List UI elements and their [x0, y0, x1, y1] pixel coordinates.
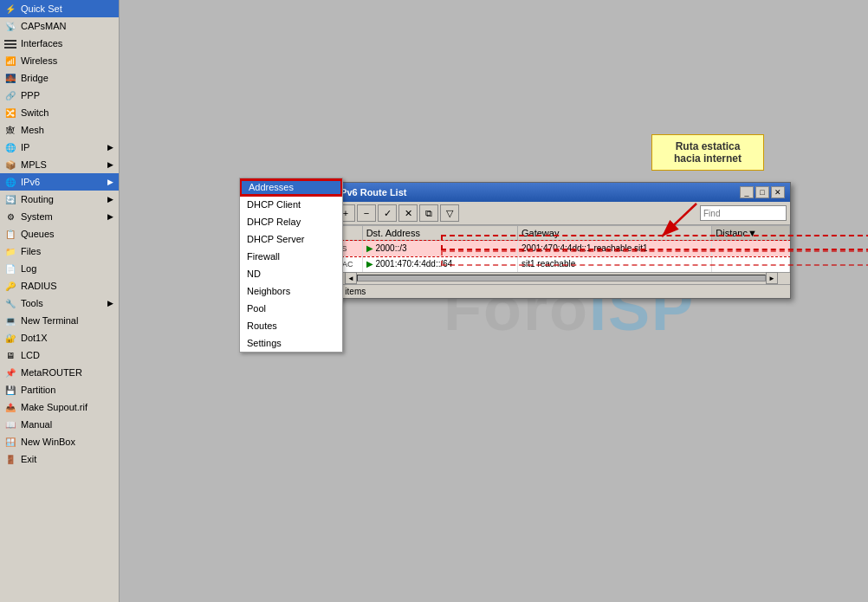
row-dst: ▶ 2001:470:4:4dd::/64	[362, 256, 517, 272]
lcd-icon: 🖥	[3, 348, 17, 362]
sidebar-item-partition[interactable]: 💾 Partition	[0, 381, 119, 398]
scroll-right-button[interactable]: ►	[766, 272, 778, 284]
submenu-item-neighbors[interactable]: Neighbors	[240, 282, 342, 300]
manual-icon: 📖	[3, 418, 17, 431]
row-gateway: 2001:470:4:4dd::1 reachable sit1	[518, 241, 712, 256]
sidebar-item-interfaces[interactable]: Interfaces	[0, 35, 119, 52]
files-icon: 📁	[3, 244, 17, 258]
enable-route-button[interactable]: ✓	[378, 204, 397, 222]
switch-icon: 🔀	[3, 106, 17, 120]
scroll-left-button[interactable]: ◄	[345, 272, 357, 284]
submenu-item-firewall[interactable]: Firewall	[240, 248, 342, 265]
col-distance[interactable]: Distanc▼	[712, 226, 790, 241]
ip-icon: 🌐	[3, 140, 17, 154]
annotation-tooltip: Ruta estatica hacia internet	[651, 134, 764, 171]
submenu-item-nd[interactable]: ND	[240, 265, 342, 282]
row-dst: ▶ 2000::/3	[362, 241, 517, 256]
ipv6-icon: 🌐	[3, 175, 17, 189]
annotation-text: Ruta estatica hacia internet	[674, 140, 742, 165]
interfaces-icon	[3, 36, 17, 50]
sidebar-item-mesh[interactable]: 🕸 Mesh	[0, 121, 119, 139]
sidebar-item-log[interactable]: 📄 Log	[0, 260, 119, 277]
sidebar-item-mpls[interactable]: 📦 MPLS ▶	[0, 156, 119, 173]
table-row[interactable]: DAC ▶ 2001:470:4:4dd::/64 sit1 reachable	[334, 256, 790, 272]
sidebar-item-exit[interactable]: 🚪 Exit	[0, 450, 119, 468]
sidebar-item-ppp[interactable]: 🔗 PPP	[0, 87, 119, 104]
route-window-controls: _ □ ✕	[740, 186, 785, 198]
routing-arrow-icon: ▶	[107, 195, 113, 204]
exit-icon: 🚪	[3, 452, 17, 466]
sidebar-item-routing[interactable]: 🔄 Routing ▶	[0, 191, 119, 208]
ppp-icon: 🔗	[3, 88, 17, 102]
sidebar-item-supout[interactable]: 📤 Make Supout.rif	[0, 398, 119, 416]
system-arrow-icon: ▶	[107, 212, 113, 221]
row-gateway: sit1 reachable	[518, 256, 712, 272]
system-icon: ⚙	[3, 210, 17, 223]
routing-icon: 🔄	[3, 192, 17, 206]
svg-rect-2	[4, 47, 16, 49]
filter-button[interactable]: ▽	[440, 204, 459, 222]
sidebar-item-quickset[interactable]: ⚡ Quick Set	[0, 0, 119, 17]
sidebar-item-wireless[interactable]: 📶 Wireless	[0, 52, 119, 69]
sidebar-item-metarouter[interactable]: 📌 MetaROUTER	[0, 364, 119, 381]
supout-icon: 📤	[3, 400, 17, 414]
main-area: ForoISP Addresses DHCP Client DHCP Relay…	[120, 0, 868, 602]
sidebar-item-bridge[interactable]: 🌉 Bridge	[0, 69, 119, 87]
col-dst-address[interactable]: Dst. Address	[362, 226, 517, 241]
minimize-button[interactable]: _	[740, 186, 754, 198]
sidebar-item-files[interactable]: 📁 Files	[0, 243, 119, 260]
sidebar: ⚡ Quick Set 📡 CAPsMAN Interfaces 📶 Wirel…	[0, 0, 120, 602]
svg-rect-1	[4, 43, 16, 45]
route-window-titlebar: IPv6 Route List _ □ ✕	[333, 183, 790, 202]
sidebar-item-queues[interactable]: 📋 Queues	[0, 225, 119, 243]
terminal-icon: 💻	[3, 314, 17, 327]
sidebar-item-tools[interactable]: 🔧 Tools ▶	[0, 295, 119, 312]
ip-arrow-icon: ▶	[107, 143, 113, 152]
route-search-input[interactable]	[700, 205, 787, 221]
sidebar-item-radius[interactable]: 🔑 RADIUS	[0, 277, 119, 295]
sidebar-item-lcd[interactable]: 🖥 LCD	[0, 346, 119, 364]
ipv6-arrow-icon: ▶	[107, 178, 113, 186]
submenu-item-settings[interactable]: Settings	[240, 334, 342, 352]
sidebar-item-ipv6[interactable]: 🌐 IPv6 ▶	[0, 173, 119, 191]
sidebar-item-ip[interactable]: 🌐 IP ▶	[0, 139, 119, 156]
row-distance	[712, 241, 790, 256]
sidebar-item-manual[interactable]: 📖 Manual	[0, 416, 119, 433]
route-scrollbar-horizontal: ◄ ►	[333, 272, 790, 284]
tools-icon: 🔧	[3, 296, 17, 310]
mesh-icon: 🕸	[3, 123, 17, 137]
metarouter-icon: 📌	[3, 366, 17, 379]
close-button[interactable]: ✕	[771, 186, 785, 198]
route-toolbar: + − ✓ ✕ ⧉ ▽	[333, 202, 790, 225]
sidebar-item-new-winbox[interactable]: 🪟 New WinBox	[0, 433, 119, 450]
remove-route-button[interactable]: −	[357, 204, 376, 222]
submenu-item-dhcp-client[interactable]: DHCP Client	[240, 196, 342, 213]
route-status-bar: 2 items	[333, 284, 790, 298]
table-row[interactable]: AS ▶ 2000::/3 2001:470:4:4dd::1 reachabl…	[334, 241, 790, 256]
row-distance	[712, 256, 790, 272]
submenu-item-dhcp-relay[interactable]: DHCP Relay	[240, 213, 342, 230]
submenu-item-dhcp-server[interactable]: DHCP Server	[240, 230, 342, 248]
winbox-icon: 🪟	[3, 435, 17, 449]
wireless-icon: 📶	[3, 54, 17, 68]
sidebar-item-system[interactable]: ⚙ System ▶	[0, 208, 119, 225]
radius-icon: 🔑	[3, 279, 17, 293]
partition-icon: 💾	[3, 383, 17, 397]
sidebar-item-capsman[interactable]: 📡 CAPsMAN	[0, 17, 119, 35]
sidebar-item-dot1x[interactable]: 🔐 Dot1X	[0, 329, 119, 346]
scrollbar-track[interactable]	[357, 275, 766, 282]
copy-route-button[interactable]: ⧉	[419, 204, 438, 222]
maximize-button[interactable]: □	[755, 186, 769, 198]
route-table-container: Dst. Address Gateway Distanc▼ AS	[333, 225, 790, 272]
route-window-title: IPv6 Route List	[338, 187, 406, 197]
submenu-item-routes[interactable]: Routes	[240, 317, 342, 334]
mpls-arrow-icon: ▶	[107, 160, 113, 169]
submenu-item-pool[interactable]: Pool	[240, 300, 342, 317]
capsman-icon: 📡	[3, 19, 17, 33]
submenu-item-addresses[interactable]: Addresses	[240, 178, 342, 196]
sidebar-item-switch[interactable]: 🔀 Switch	[0, 104, 119, 121]
sidebar-item-new-terminal[interactable]: 💻 New Terminal	[0, 312, 119, 329]
dot1x-icon: 🔐	[3, 331, 17, 345]
col-gateway[interactable]: Gateway	[518, 226, 712, 241]
disable-route-button[interactable]: ✕	[398, 204, 418, 222]
